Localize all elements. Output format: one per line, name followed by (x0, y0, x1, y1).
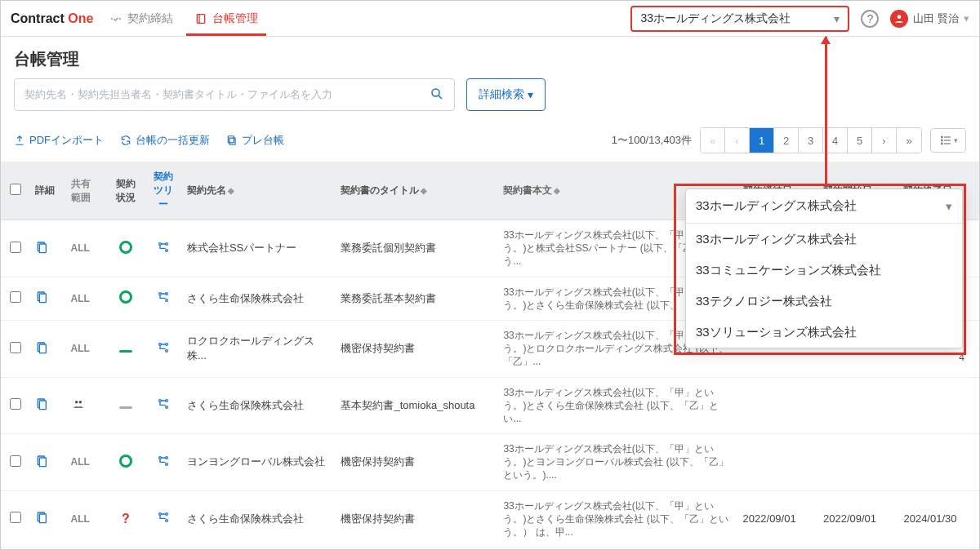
detail-icon[interactable] (35, 241, 48, 254)
nav-ledger[interactable]: 台帳管理 (189, 2, 263, 36)
svg-rect-12 (944, 143, 951, 144)
status-dash-icon (119, 406, 132, 409)
pager-btn-›[interactable]: › (872, 128, 897, 153)
svg-rect-41 (39, 514, 46, 523)
logo: Contract One (11, 11, 93, 26)
row-checkbox[interactable] (10, 291, 21, 303)
cell-title: 機密保持契約書 (336, 320, 498, 377)
table-row[interactable]: ALL?さくら生命保険株式会社機密保持契約書33ホールディングス株式会社(以下、… (1, 490, 979, 548)
nav-contract-label: 契約締結 (127, 11, 173, 26)
advanced-search-button[interactable]: 詳細検索 ▾ (466, 78, 546, 111)
table-row[interactable]: ALLヨンヨングローバル株式会社機密保持契約書33ホールディングス株式会社(以下… (1, 434, 979, 491)
search-row: 契約先名・契約先担当者名・契約書タイトル・ファイル名を入力 詳細検索 ▾ (1, 78, 979, 122)
org-option[interactable]: 33ホールディングス株式会社 (686, 224, 962, 255)
row-checkbox[interactable] (10, 242, 21, 253)
detail-icon[interactable] (35, 455, 48, 468)
status-question-icon: ? (122, 512, 130, 526)
detail-icon[interactable] (35, 397, 48, 410)
user-name: 山田 賢治 (913, 11, 959, 26)
detail-icon[interactable] (35, 511, 48, 524)
row-checkbox[interactable] (10, 342, 21, 353)
row-checkbox[interactable] (10, 512, 21, 523)
share-all: ALL (71, 343, 90, 354)
cell-d3: 2024/01/30 (898, 490, 979, 548)
col-name[interactable]: 契約先名◆ (182, 162, 336, 220)
col-share[interactable]: 共有 範囲 (66, 162, 107, 220)
nav-contract[interactable]: 契約締結 (105, 2, 178, 36)
cell-title: 業務委託個別契約書 (336, 220, 498, 277)
pager-btn-1[interactable]: 1 (750, 128, 774, 153)
pager-btn-«[interactable]: « (701, 128, 725, 153)
chevron-down-icon: ▾ (964, 12, 969, 24)
org-dropdown-selected[interactable]: 33ホールディングス株式会社 ▾ (686, 189, 962, 224)
row-checkbox[interactable] (10, 455, 21, 467)
status-ok-icon (119, 241, 132, 254)
cell-title: 機密保持契約書 (336, 434, 498, 491)
tree-icon[interactable] (157, 401, 170, 413)
pager-btn-5[interactable]: 5 (848, 128, 872, 153)
chevron-down-icon: ▾ (528, 88, 533, 101)
tree-icon[interactable] (157, 344, 170, 357)
svg-point-3 (432, 89, 439, 96)
tree-icon[interactable] (157, 514, 170, 526)
book-icon (194, 12, 207, 25)
detail-icon[interactable] (35, 291, 48, 304)
cell-name: さくら生命保険株式会社 (182, 277, 336, 320)
bulk-update-link[interactable]: 台帳の一括更新 (120, 133, 210, 148)
user-menu[interactable]: 山田 賢治 ▾ (890, 10, 969, 28)
cell-d1 (738, 377, 818, 434)
search-input[interactable]: 契約先名・契約先担当者名・契約書タイトル・ファイル名を入力 (14, 78, 455, 111)
cell-body: 33ホールディングス株式会社(以下、「甲」という。)とヨンヨングローバル株式会社… (498, 434, 737, 491)
page-title: 台帳管理 (1, 37, 979, 78)
org-option[interactable]: 33テクノロジー株式会社 (686, 286, 962, 317)
help-button[interactable]: ? (861, 10, 879, 28)
svg-rect-10 (944, 136, 951, 137)
search-icon[interactable] (430, 86, 444, 104)
org-select[interactable]: 33ホールディングス株式会社 ▾ (630, 6, 849, 32)
org-option[interactable]: 33ソリューションズ株式会社 (686, 317, 962, 348)
col-title[interactable]: 契約書のタイトル◆ (336, 162, 498, 220)
tree-icon[interactable] (157, 294, 170, 306)
view-toggle[interactable]: ▾ (930, 128, 966, 153)
org-option[interactable]: 33コミュニケーションズ株式会社 (686, 255, 962, 286)
pager-btn-‹[interactable]: ‹ (725, 128, 750, 153)
svg-point-43 (166, 513, 168, 516)
cell-d1 (738, 434, 818, 491)
svg-point-44 (166, 520, 168, 522)
cell-title: 基本契約書_tomioka_shouta (336, 377, 498, 434)
col-detail[interactable]: 詳細 (30, 162, 66, 220)
detail-icon[interactable] (35, 341, 48, 354)
cell-d1: 2022/09/01 (738, 490, 818, 548)
svg-point-33 (166, 400, 168, 402)
cell-d2 (818, 434, 898, 491)
svg-rect-29 (39, 401, 46, 410)
topbar: Contract One 契約締結 台帳管理 33ホールディングス株式会社 ▾ … (1, 1, 979, 37)
svg-rect-36 (39, 458, 46, 467)
tree-icon[interactable] (157, 458, 170, 470)
upload-icon (14, 135, 25, 146)
pager-btn-»[interactable]: » (897, 128, 921, 153)
tree-icon[interactable] (157, 244, 170, 256)
table-row[interactable]: さくら生命保険株式会社基本契約書_tomioka_shouta33ホールディング… (1, 377, 979, 434)
select-all-checkbox[interactable] (10, 184, 21, 195)
svg-rect-6 (228, 136, 234, 143)
pager-btn-2[interactable]: 2 (774, 128, 799, 153)
cell-d2: 2022/09/01 (818, 490, 898, 548)
toolbar: PDFインポート 台帳の一括更新 プレ台帳 1〜100/13,403件 «‹12… (1, 122, 979, 162)
svg-rect-19 (39, 294, 46, 303)
svg-point-21 (166, 293, 168, 295)
col-tree[interactable]: 契約 ツリー (145, 162, 182, 220)
col-status[interactable]: 契約 状況 (107, 162, 145, 220)
svg-point-26 (166, 343, 168, 345)
avatar-icon (890, 10, 908, 28)
svg-rect-0 (198, 14, 205, 23)
row-checkbox[interactable] (10, 398, 21, 410)
pdf-import-link[interactable]: PDFインポート (14, 133, 104, 148)
search-placeholder: 契約先名・契約先担当者名・契約書タイトル・ファイル名を入力 (24, 87, 332, 102)
cell-name: ヨンヨングローバル株式会社 (182, 434, 336, 491)
nav-ledger-label: 台帳管理 (212, 11, 258, 26)
pre-ledger-link[interactable]: プレ台帳 (226, 133, 284, 148)
chevron-down-icon: ▾ (834, 12, 840, 25)
pager-range: 1〜100/13,403件 (612, 133, 692, 148)
pager-btn-3[interactable]: 3 (799, 128, 823, 153)
